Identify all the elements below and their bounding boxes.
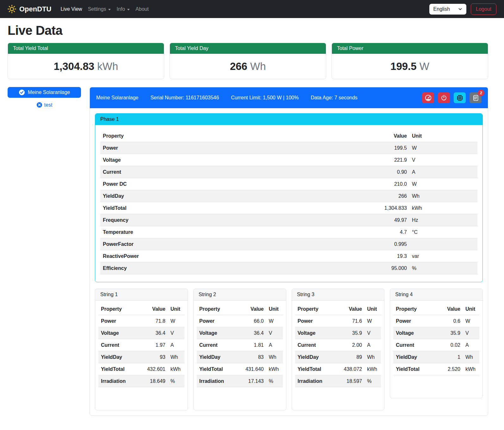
card-body: 199.5 W [332,54,488,79]
property-header: Property [295,303,341,315]
value-header: Value [145,303,168,315]
phase-card-body: Property Value Unit Power199.5W Voltage2… [95,125,482,282]
value-cell: 89 [341,351,364,363]
table-row: Voltage36.4V [197,327,283,339]
unit-cell: W [409,142,477,154]
inverter-data-age: Data Age: 7 seconds [311,95,358,101]
nav-about[interactable]: About [133,4,152,15]
value-cell: 83 [243,351,266,363]
string-card-body: PropertyValueUnit Power71.6W Voltage35.9… [292,301,384,410]
unit-cell: kWh [266,363,283,375]
property-cell: Current [197,339,243,351]
card-unit: kWh [97,60,118,72]
value-cell: 0.6 [440,315,463,327]
table-row: YieldTotal2.520kWh [393,363,479,375]
table-row: Frequency49.97Hz [100,214,477,226]
nav-settings[interactable]: Settings [85,4,114,15]
event-log-button[interactable]: 2 [470,92,482,103]
unit-cell: V [409,154,477,166]
card-value: 1,304.83 [54,60,94,72]
unit-header: Unit [409,130,477,142]
property-cell: Voltage [197,327,243,339]
unit-cell: A [409,166,477,178]
string-table: PropertyValueUnit Power71.8W Voltage36.4… [98,303,184,387]
string-table: PropertyValueUnit Power0.6W Voltage35.9V… [393,303,479,375]
power-button[interactable] [438,92,450,103]
property-cell: PowerFactor [100,238,368,250]
unit-cell: W [364,315,381,327]
language-select[interactable]: English [429,4,466,15]
event-count-badge: 2 [478,90,484,96]
table-row: Voltage35.9V [295,327,381,339]
unit-cell [409,238,477,250]
property-cell: YieldDay [100,190,368,202]
unit-header: Unit [364,303,381,315]
nav-live-view-label: Live View [60,6,82,12]
unit-cell: kWh [409,202,477,214]
device-info-button[interactable] [454,92,466,103]
unit-cell: V [168,327,184,339]
value-cell: 4.7 [368,226,409,238]
nav-info-label: Info [116,6,125,12]
table-header-row: Property Value Unit [100,130,477,142]
string-table: PropertyValueUnit Power71.6W Voltage35.9… [295,303,381,387]
value-header: Value [341,303,364,315]
nav-info[interactable]: Info [114,4,133,15]
sun-icon [8,5,16,13]
chevron-down-icon [458,7,462,11]
table-row: Power71.8W [98,315,184,327]
string-4-card: String 4 PropertyValueUnit Power0.6W Vol… [390,289,483,398]
language-value: English [433,6,450,12]
inverter-limit: Current Limit: 1,500 W | 100% [231,95,299,101]
caret-down-icon [127,9,130,10]
unit-cell: V [266,327,283,339]
limit-settings-button[interactable] [422,92,434,103]
card-unit: W [420,60,429,72]
property-cell: YieldTotal [393,363,440,375]
value-cell: 0.90 [368,166,409,178]
unit-cell: Wh [364,351,381,363]
table-header-row: PropertyValueUnit [98,303,184,315]
table-row: ReactivePower19.3var [100,250,477,262]
value-cell: 49.97 [368,214,409,226]
property-cell: Irradiation [295,375,341,387]
brand[interactable]: OpenDTU [8,5,51,13]
card-body: 266 Wh [170,54,326,79]
brand-label: OpenDTU [19,5,51,13]
value-cell: 199.5 [368,142,409,154]
value-cell: 210.0 [368,178,409,190]
table-row: Voltage36.4V [98,327,184,339]
phase-table: Property Value Unit Power199.5W Voltage2… [100,130,477,274]
nav-live-view[interactable]: Live View [58,4,85,15]
table-header-row: PropertyValueUnit [295,303,381,315]
page: OpenDTU Live View Settings Info About En… [0,0,504,421]
property-cell: YieldTotal [197,363,243,375]
value-cell: 2.00 [341,339,364,351]
navbar: OpenDTU Live View Settings Info About En… [0,0,504,18]
table-row: Current0.02A [393,339,479,351]
phase-card-header: Phase 1 [95,114,482,125]
card-total-yield-total: Total Yield Total 1,304.83 kWh [8,43,164,79]
value-cell: 18.649 [145,375,168,387]
inverter-item-test[interactable]: test [8,102,81,108]
nav-about-label: About [135,6,149,12]
property-cell: Efficiency [100,262,368,274]
string-card-header: String 3 [292,289,384,301]
table-row: Irradiation18.597% [295,375,381,387]
value-cell: 18.597 [341,375,364,387]
logout-button[interactable]: Logout [471,3,496,15]
property-header: Property [393,303,440,315]
value-cell: 35.9 [341,327,364,339]
inverter-select-button[interactable]: Meine Solaranlage [8,87,81,98]
table-row: Irradiation18.649% [98,375,184,387]
property-cell: Irradiation [98,375,145,387]
property-cell: YieldTotal [98,363,145,375]
table-row: Efficiency95.000% [100,262,477,274]
page-title: Live Data [8,23,488,38]
string-card-body: PropertyValueUnit Power71.8W Voltage36.4… [95,301,188,410]
card-header: Total Yield Total [8,43,164,54]
table-row: Voltage221.9V [100,154,477,166]
table-row: YieldDay266Wh [100,190,477,202]
card-total-power: Total Power 199.5 W [332,43,488,79]
unit-cell: V [463,327,479,339]
